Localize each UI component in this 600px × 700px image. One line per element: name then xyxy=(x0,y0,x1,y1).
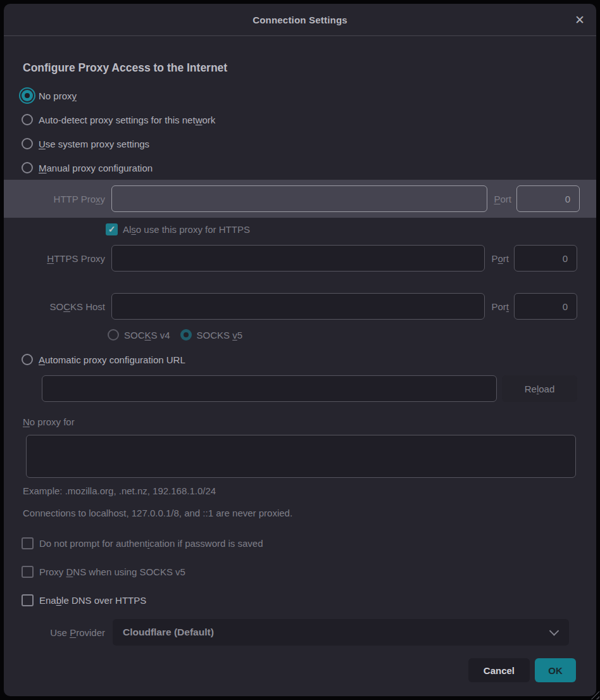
http-port-label: Port xyxy=(494,194,511,204)
socks-host-row: SOCKS Host Port xyxy=(23,293,577,320)
http-proxy-label: HTTP Proxy xyxy=(23,194,105,204)
doh-row[interactable]: Enable DNS over HTTPS xyxy=(22,594,577,606)
radio-row-auto-detect[interactable]: Auto-detect proxy settings for this netw… xyxy=(22,108,577,132)
chevron-down-icon xyxy=(549,626,559,636)
socks-v4-option: SOCKS v4 xyxy=(108,329,170,341)
socks-port-input xyxy=(514,293,577,320)
auto-detect-label: Auto-detect proxy settings for this netw… xyxy=(39,115,215,125)
dialog-content: Configure Proxy Access to the Internet N… xyxy=(4,36,596,651)
radio-row-system-proxy[interactable]: Use system proxy settings xyxy=(22,132,577,156)
socks-host-label: SOCKS Host xyxy=(23,301,105,312)
provider-label: Use Provider xyxy=(23,627,105,638)
socks-v5-radio xyxy=(180,329,192,341)
no-proxy-radio[interactable] xyxy=(22,90,33,101)
also-https-checkbox: ✓ xyxy=(106,223,118,235)
doh-checkbox[interactable] xyxy=(22,594,34,606)
check-icon: ✓ xyxy=(108,224,116,234)
https-proxy-row: HTTPS Proxy Port xyxy=(23,245,577,272)
also-https-label: Also use this proxy for HTTPS xyxy=(123,224,250,235)
system-proxy-radio[interactable] xyxy=(22,138,33,149)
proxy-dns-checkbox xyxy=(22,566,34,578)
socks-port-label: Port xyxy=(491,301,509,312)
doh-provider-row: Use Provider Cloudflare (Default) xyxy=(23,619,569,646)
provider-select: Cloudflare (Default) xyxy=(113,619,569,646)
https-port-label: Port xyxy=(491,253,509,264)
no-proxy-example-text: Example: .mozilla.org, .net.nz, 192.168.… xyxy=(23,485,577,497)
http-proxy-input xyxy=(111,185,487,212)
socks-v5-label: SOCKS v5 xyxy=(197,330,243,341)
autoconfig-url-input xyxy=(42,375,497,402)
also-https-row: ✓ Also use this proxy for HTTPS xyxy=(106,218,577,241)
http-proxy-row: HTTP Proxy Port xyxy=(4,180,596,218)
close-icon[interactable]: ✕ xyxy=(575,14,585,26)
no-prompt-auth-row: Do not prompt for authentication if pass… xyxy=(22,537,577,549)
page-title: Configure Proxy Access to the Internet xyxy=(23,61,577,75)
autoconfig-radio[interactable] xyxy=(22,354,33,365)
https-proxy-label: HTTPS Proxy xyxy=(23,253,105,264)
no-prompt-auth-checkbox xyxy=(22,537,34,549)
proxy-dns-row: Proxy DNS when using SOCKS v5 xyxy=(22,566,577,578)
radio-row-manual-proxy[interactable]: Manual proxy configuration xyxy=(22,156,577,180)
no-proxy-label: No proxy xyxy=(39,91,77,101)
autoconfig-label: Automatic proxy configuration URL xyxy=(39,354,185,365)
dialog-footer: Cancel OK xyxy=(4,651,596,696)
reload-button: Reload xyxy=(502,375,577,402)
no-proxy-for-textarea xyxy=(26,435,576,478)
radio-row-autoconfig[interactable]: Automatic proxy configuration URL xyxy=(22,347,577,372)
socks-version-row: SOCKS v4 SOCKS v5 xyxy=(108,323,577,346)
http-port-input xyxy=(516,185,580,212)
cancel-button[interactable]: Cancel xyxy=(468,658,530,682)
socks-host-input xyxy=(111,293,485,320)
system-proxy-label: Use system proxy settings xyxy=(39,139,149,149)
https-port-input xyxy=(514,245,577,272)
auto-detect-radio[interactable] xyxy=(22,114,33,125)
autoconfig-url-row: Reload xyxy=(42,375,577,402)
no-proxy-for-label: No proxy for xyxy=(23,416,577,428)
no-prompt-auth-label: Do not prompt for authentication if pass… xyxy=(39,538,263,549)
doh-label: Enable DNS over HTTPS xyxy=(39,595,146,606)
dialog-titlebar: Connection Settings ✕ xyxy=(4,4,596,36)
socks-v5-option: SOCKS v5 xyxy=(180,329,243,341)
provider-selected-value: Cloudflare (Default) xyxy=(123,627,214,638)
radio-row-no-proxy[interactable]: No proxy xyxy=(22,84,577,108)
ok-button[interactable]: OK xyxy=(535,658,576,682)
proxy-dns-label: Proxy DNS when using SOCKS v5 xyxy=(39,566,185,577)
manual-proxy-radio[interactable] xyxy=(22,162,33,173)
https-proxy-input xyxy=(111,245,485,272)
socks-v4-label: SOCKS v4 xyxy=(124,330,170,341)
connection-settings-dialog: Connection Settings ✕ Configure Proxy Ac… xyxy=(4,4,596,696)
dialog-title: Connection Settings xyxy=(253,15,347,25)
socks-v4-radio xyxy=(108,329,119,341)
localhost-note-text: Connections to localhost, 127.0.0.1/8, a… xyxy=(23,508,577,519)
manual-proxy-label: Manual proxy configuration xyxy=(39,163,153,173)
